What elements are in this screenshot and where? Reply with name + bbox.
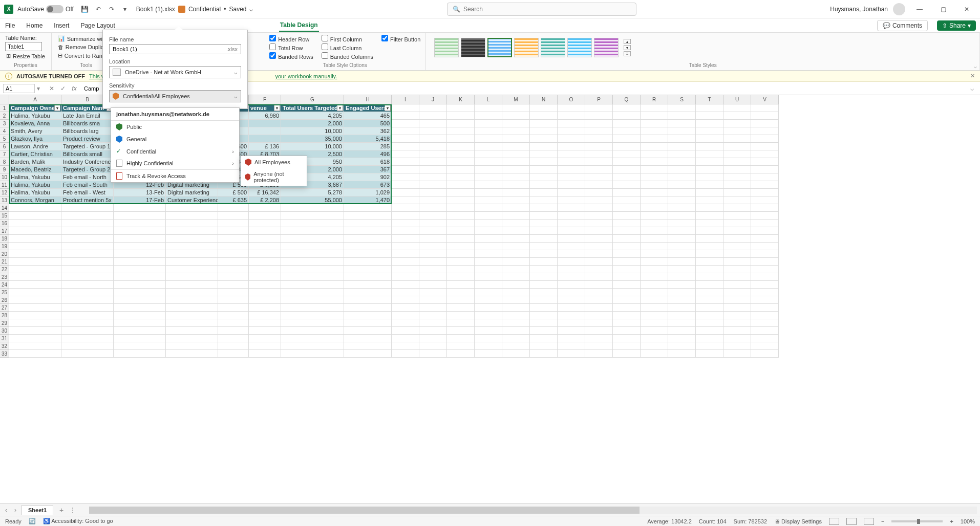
data-cell[interactable]: Connors, Morgan [9,196,61,204]
empty-cell[interactable] [61,342,114,350]
empty-cell[interactable] [166,266,218,273]
empty-cell[interactable] [613,258,641,266]
empty-cell[interactable] [475,135,502,143]
empty-cell[interactable] [668,281,696,289]
row-header-14[interactable]: 14 [0,204,9,212]
data-cell[interactable]: Targeted - Group 1 [61,143,114,150]
empty-cell[interactable] [751,250,779,258]
empty-cell[interactable] [502,304,530,312]
empty-cell[interactable] [530,166,558,173]
row-header-25[interactable]: 25 [0,289,9,296]
empty-cell[interactable] [475,350,502,358]
empty-cell[interactable] [502,127,530,135]
empty-cell[interactable] [392,127,419,135]
avatar[interactable] [893,3,905,15]
expand-formula-icon[interactable]: ⌵ [967,85,977,92]
empty-cell[interactable] [641,220,668,227]
empty-cell[interactable] [585,220,613,227]
empty-cell[interactable] [9,296,61,304]
empty-cell[interactable] [475,120,502,127]
empty-cell[interactable] [249,312,281,319]
empty-cell[interactable] [249,212,281,220]
data-cell[interactable]: 618 [344,158,392,166]
empty-cell[interactable] [281,250,344,258]
empty-cell[interactable] [613,342,641,350]
empty-cell[interactable] [249,243,281,250]
empty-cell[interactable] [530,158,558,166]
empty-cell[interactable] [558,304,585,312]
empty-cell[interactable] [281,327,344,335]
col-header-I[interactable]: I [392,95,419,104]
empty-cell[interactable] [447,243,475,250]
empty-cell[interactable] [419,258,447,266]
empty-cell[interactable] [585,327,613,335]
empty-cell[interactable] [723,227,751,235]
empty-cell[interactable] [613,312,641,319]
empty-cell[interactable] [166,350,218,358]
empty-cell[interactable] [641,319,668,327]
empty-cell[interactable] [502,158,530,166]
empty-cell[interactable] [218,281,249,289]
empty-cell[interactable] [641,196,668,204]
data-cell[interactable]: Customer Experience [166,196,218,204]
row-header-15[interactable]: 15 [0,212,9,220]
empty-cell[interactable] [419,350,447,358]
data-cell[interactable]: £ 2,208 [249,196,281,204]
data-cell[interactable]: Industry Conference [61,158,114,166]
tab-file[interactable]: File [4,20,16,31]
empty-cell[interactable] [166,212,218,220]
empty-cell[interactable] [530,135,558,143]
empty-cell[interactable] [419,342,447,350]
empty-cell[interactable] [585,235,613,243]
data-cell[interactable]: Halima, Yakubu [9,173,61,181]
empty-cell[interactable] [344,327,392,335]
empty-cell[interactable] [166,243,218,250]
empty-cell[interactable] [218,250,249,258]
empty-cell[interactable] [419,135,447,143]
search-input[interactable] [463,6,631,13]
empty-cell[interactable] [641,243,668,250]
row-header-27[interactable]: 27 [0,304,9,312]
data-cell[interactable]: Cartier, Christian [9,150,61,158]
empty-cell[interactable] [475,189,502,196]
empty-cell[interactable] [61,350,114,358]
empty-cell[interactable] [585,181,613,189]
view-normal-icon[interactable] [829,518,839,525]
empty-cell[interactable] [447,189,475,196]
empty-cell[interactable] [668,204,696,212]
empty-cell[interactable] [218,327,249,335]
row-header-22[interactable]: 22 [0,266,9,273]
data-cell[interactable]: £ 500 [218,189,249,196]
row-header-30[interactable]: 30 [0,327,9,335]
empty-cell[interactable] [530,143,558,150]
row-header-28[interactable]: 28 [0,312,9,319]
empty-cell[interactable] [641,158,668,166]
empty-cell[interactable] [9,327,61,335]
empty-cell[interactable] [751,127,779,135]
comments-button[interactable]: 💬 Comments [877,20,928,31]
empty-cell[interactable] [475,181,502,189]
empty-cell[interactable] [585,273,613,281]
empty-cell[interactable] [419,158,447,166]
autosave-warn-link2[interactable]: your workbook manually. [275,73,337,79]
empty-cell[interactable] [696,319,723,327]
empty-cell[interactable] [419,327,447,335]
empty-cell[interactable] [61,220,114,227]
autosave-status-icon[interactable]: 🔄 [29,518,36,524]
ribbon-collapse-icon[interactable]: ⌵ [974,63,977,69]
empty-cell[interactable] [9,342,61,350]
empty-cell[interactable] [344,266,392,273]
empty-cell[interactable] [530,227,558,235]
empty-cell[interactable] [392,327,419,335]
empty-cell[interactable] [668,181,696,189]
empty-cell[interactable] [558,342,585,350]
empty-cell[interactable] [723,289,751,296]
filename-input[interactable] [110,45,223,54]
share-button[interactable]: ⇧ Share ▾ [937,20,976,31]
empty-cell[interactable] [419,266,447,273]
empty-cell[interactable] [392,335,419,342]
empty-cell[interactable] [558,250,585,258]
filter-dropdown-icon[interactable]: ▾ [54,105,60,111]
empty-cell[interactable] [751,289,779,296]
empty-cell[interactable] [419,296,447,304]
